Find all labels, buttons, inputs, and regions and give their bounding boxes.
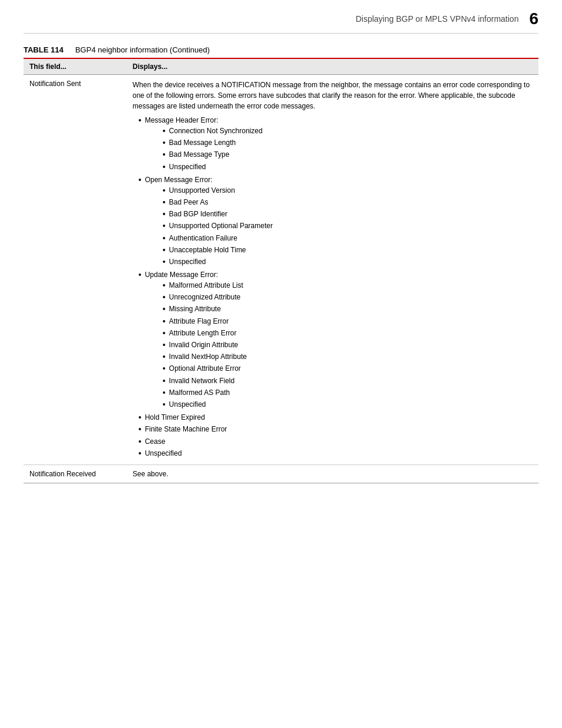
- subitem-label: Invalid Origin Attribute: [169, 340, 238, 350]
- col-header-field: This field...: [24, 58, 127, 75]
- subitem-label: Authentication Failure: [169, 233, 237, 243]
- subitem-label: Unspecified: [169, 162, 206, 172]
- subitem-label: Missing Attribute: [169, 304, 221, 314]
- subitem-label: Invalid NextHop Attribute: [169, 351, 247, 362]
- subitem-label: Unrecognized Attribute: [169, 292, 240, 302]
- table-caption-row: TABLE 114 BGP4 neighbor information (Con…: [24, 45, 538, 58]
- subitem-label: Attribute Flag Error: [169, 316, 229, 327]
- list-item: Invalid NextHop Attribute: [163, 351, 247, 362]
- table-row: Notification ReceivedSee above.: [24, 465, 538, 483]
- list-item-label: Unspecified: [145, 448, 182, 459]
- subitem-label: Invalid Network Field: [169, 375, 234, 386]
- list-item: Hold Timer Expired: [138, 412, 533, 423]
- level2-list: Unsupported VersionBad Peer AsBad BGP Id…: [145, 185, 273, 267]
- subitem-label: Bad BGP Identifier: [169, 209, 227, 219]
- field-cell: Notification Received: [24, 465, 127, 483]
- list-item-label: Hold Timer Expired: [145, 412, 205, 423]
- list-item: Invalid Network Field: [163, 375, 247, 386]
- list-item-label: Update Message Error:: [145, 271, 218, 279]
- list-item: Unspecified: [163, 256, 273, 267]
- list-item: Unrecognized Attribute: [163, 292, 247, 302]
- main-content: TABLE 114 BGP4 neighbor information (Con…: [0, 34, 562, 507]
- list-item-label: Cease: [145, 436, 166, 447]
- list-item: Connection Not Synchronized: [163, 126, 263, 136]
- subitem-label: Connection Not Synchronized: [169, 126, 263, 136]
- subitem-label: Bad Peer As: [169, 197, 209, 207]
- col-header-displays: Displays...: [127, 58, 538, 75]
- table-caption-text: BGP4 neighbor information (Continued): [75, 45, 210, 54]
- list-item: Bad Message Length: [163, 137, 263, 148]
- list-item: Finite State Machine Error: [138, 424, 533, 434]
- list-item: Open Message Error:Unsupported VersionBa…: [138, 174, 533, 268]
- list-item: Bad Message Type: [163, 149, 263, 160]
- list-item: Update Message Error:Malformed Attribute…: [138, 269, 533, 411]
- page-header: Displaying BGP or MPLS VPNv4 information…: [0, 0, 562, 33]
- table-row: Notification SentWhen the device receive…: [24, 75, 538, 465]
- list-item: Optional Attribute Error: [163, 363, 247, 374]
- level1-list: Message Header Error:Connection Not Sync…: [133, 115, 533, 459]
- page-number: 6: [529, 11, 538, 27]
- data-table: This field... Displays... Notification S…: [24, 58, 538, 483]
- subitem-label: Bad Message Type: [169, 149, 230, 160]
- subitem-label: Attribute Length Error: [169, 328, 237, 338]
- list-item-label: Finite State Machine Error: [145, 424, 227, 434]
- subitem-label: Unspecified: [169, 256, 206, 267]
- subitem-label: Optional Attribute Error: [169, 363, 241, 374]
- subitem-label: Unsupported Optional Parameter: [169, 220, 273, 231]
- list-item-label: Open Message Error:: [145, 176, 213, 184]
- list-item: Message Header Error:Connection Not Sync…: [138, 115, 533, 173]
- list-item: Attribute Flag Error: [163, 316, 247, 327]
- list-item: Unsupported Version: [163, 185, 273, 196]
- displays-cell: See above.: [127, 465, 538, 483]
- list-item: Invalid Origin Attribute: [163, 340, 247, 350]
- subitem-label: Malformed AS Path: [169, 387, 230, 398]
- see-above-text: See above.: [133, 470, 533, 478]
- list-item-label: Message Header Error:: [145, 116, 219, 124]
- page-header-title: Displaying BGP or MPLS VPNv4 information: [356, 14, 519, 24]
- level2-list: Malformed Attribute ListUnrecognized Att…: [145, 280, 247, 410]
- field-cell: Notification Sent: [24, 75, 127, 465]
- list-item: Bad BGP Identifier: [163, 209, 273, 219]
- list-item: Malformed Attribute List: [163, 280, 247, 291]
- list-item: Unspecified: [163, 399, 247, 410]
- level2-list: Connection Not SynchronizedBad Message L…: [145, 126, 263, 172]
- list-item: Cease: [138, 436, 533, 447]
- displays-cell: When the device receives a NOTIFICATION …: [127, 75, 538, 465]
- list-item: Unacceptable Hold Time: [163, 245, 273, 255]
- subitem-label: Unsupported Version: [169, 185, 235, 196]
- list-item: Malformed AS Path: [163, 387, 247, 398]
- subitem-label: Malformed Attribute List: [169, 280, 243, 291]
- list-item: Bad Peer As: [163, 197, 273, 207]
- list-item: Unspecified: [138, 448, 533, 459]
- subitem-label: Unspecified: [169, 399, 206, 410]
- list-item: Attribute Length Error: [163, 328, 247, 338]
- table-header-row: This field... Displays...: [24, 58, 538, 75]
- list-item: Missing Attribute: [163, 304, 247, 314]
- subitem-label: Bad Message Length: [169, 137, 236, 148]
- list-item: Authentication Failure: [163, 233, 273, 243]
- intro-text: When the device receives a NOTIFICATION …: [133, 80, 533, 111]
- list-item: Unspecified: [163, 162, 263, 172]
- table-label: TABLE 114: [24, 45, 64, 54]
- subitem-label: Unacceptable Hold Time: [169, 245, 246, 255]
- list-item: Unsupported Optional Parameter: [163, 220, 273, 231]
